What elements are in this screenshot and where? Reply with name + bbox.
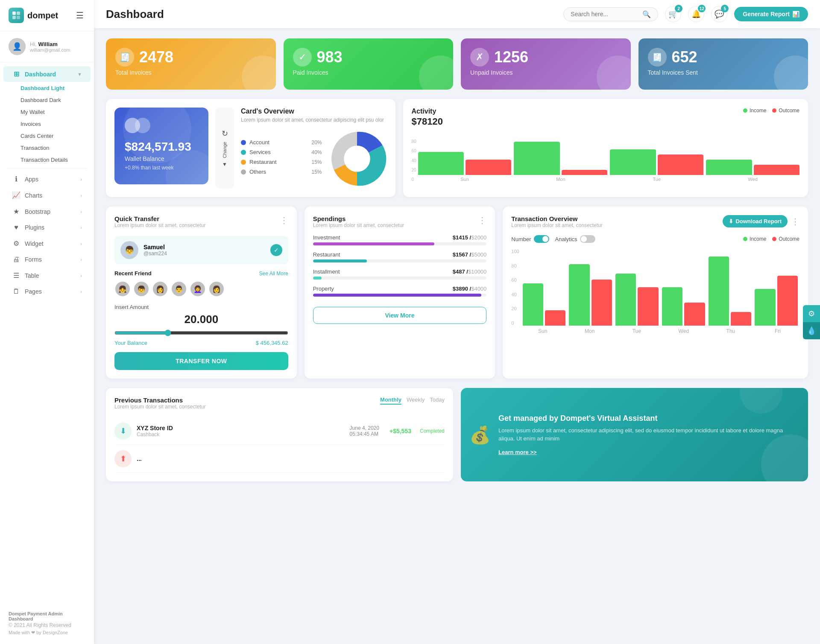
- friend-avatar-5[interactable]: 👩: [208, 281, 225, 297]
- legend-label-account: Account: [249, 139, 269, 146]
- settings-button[interactable]: ⚙: [803, 305, 820, 322]
- friend-avatar-1[interactable]: 👦: [133, 281, 149, 297]
- tab-monthly[interactable]: Monthly: [380, 396, 401, 405]
- quick-transfer-title: Quick Transfer: [114, 215, 205, 222]
- spendings-card: Spendings Lorem ipsum dolor sit amet, co…: [305, 207, 495, 379]
- friend-avatar-2[interactable]: 👩: [152, 281, 168, 297]
- chevron-right-icon: ›: [80, 289, 82, 294]
- tx-y-labels: 0 20 40 60 80 100: [511, 249, 519, 326]
- color-button[interactable]: 💧: [803, 322, 820, 339]
- nav-section: ⊞ Dashboard ▼ Dashboard Light Dashboard …: [0, 62, 94, 303]
- tx-income-label: Income: [750, 236, 766, 242]
- number-toggle[interactable]: [534, 235, 549, 243]
- chevron-right-icon: ›: [80, 257, 82, 262]
- tx-income-bar: [569, 264, 589, 326]
- chevron-right-icon: ›: [80, 273, 82, 278]
- subnav-dashboard-dark[interactable]: Dashboard Dark: [15, 94, 91, 106]
- activity-bar-chart: [418, 132, 800, 175]
- chevron-right-icon: ›: [80, 177, 82, 182]
- cart-button[interactable]: 🛒 2: [665, 6, 681, 22]
- notification-button[interactable]: 🔔 12: [688, 6, 704, 22]
- tab-today[interactable]: Today: [430, 396, 445, 405]
- sidebar-item-label: Apps: [25, 176, 38, 183]
- tx-legend-outcome: Outcome: [772, 236, 800, 242]
- generate-report-button[interactable]: Generate Report 📊: [734, 7, 808, 21]
- tx-income-bar: [709, 256, 729, 326]
- subnav-transaction-details[interactable]: Transaction Details: [15, 154, 91, 166]
- analytics-toggle-group: Analytics: [555, 235, 595, 243]
- tx-bar-group: [523, 283, 566, 326]
- logo-icon: [9, 8, 24, 23]
- hamburger-button[interactable]: ☰: [74, 9, 85, 22]
- sidebar-item-plugins[interactable]: ♥ Plugins ›: [3, 220, 91, 235]
- svg-rect-1: [17, 12, 20, 15]
- spending-label-property: Property: [313, 286, 334, 292]
- download-icon: ⬇: [729, 218, 733, 224]
- insert-amount-label: Insert Amount: [114, 304, 288, 310]
- income-dot: [743, 108, 747, 113]
- charts-icon: 📈: [12, 191, 20, 199]
- stat-card-total-invoices: 🧾 2478 Total Invoices: [106, 38, 276, 90]
- spendings-desc: Lorem ipsum dolor sit amet, consectetur: [313, 222, 404, 228]
- friend-avatar-3[interactable]: 👨: [171, 281, 187, 297]
- sidebar-item-widget[interactable]: ⚙ Widget ›: [3, 236, 91, 251]
- tx-outcome-bar: [592, 280, 612, 326]
- subnav-transaction[interactable]: Transaction: [15, 142, 91, 154]
- sidebar-item-dashboard[interactable]: ⊞ Dashboard ▼: [3, 66, 91, 82]
- activity-card: Activity $78120 Income Outcome: [403, 99, 808, 197]
- va-content: Get managed by Dompet's Virtual Assistan…: [498, 414, 798, 456]
- legend-services: Services 40%: [241, 149, 322, 155]
- chat-button[interactable]: 💬 5: [711, 6, 727, 22]
- transfer-user: 👦 Samuel @sam224 ✓: [114, 236, 288, 264]
- stat-card-sent: 🧾 652 Total Invoices Sent: [638, 38, 808, 90]
- amount-slider[interactable]: [114, 329, 288, 336]
- see-all-link[interactable]: See All More: [259, 271, 288, 277]
- tx-item-name2: ...: [137, 455, 142, 462]
- bar-group: [610, 149, 703, 175]
- tx-outcome-bar: [684, 303, 705, 326]
- sidebar-item-charts[interactable]: 📈 Charts ›: [3, 187, 91, 203]
- va-learn-more-link[interactable]: Learn more >>: [498, 449, 537, 455]
- quick-transfer-menu-button[interactable]: ⋮: [280, 215, 288, 225]
- subnav-dashboard-light[interactable]: Dashboard Light: [15, 82, 91, 94]
- search-input[interactable]: [571, 11, 639, 17]
- tx-item-icon: ⬇: [114, 423, 132, 440]
- spendings-menu-button[interactable]: ⋮: [478, 215, 486, 225]
- tab-weekly[interactable]: Weekly: [407, 396, 425, 405]
- transfer-avatar: 👦: [120, 241, 138, 259]
- sidebar-item-forms[interactable]: 🖨 Forms ›: [3, 252, 91, 267]
- subnav-my-wallet[interactable]: My Wallet: [15, 106, 91, 118]
- friend-avatar-0[interactable]: 👧: [114, 281, 131, 297]
- svg-point-4: [344, 146, 370, 172]
- subnav-cards-center[interactable]: Cards Center: [15, 130, 91, 142]
- download-report-label: Download Report: [735, 218, 782, 224]
- change-button-col[interactable]: ↻ Change ▼: [215, 108, 234, 189]
- download-report-button[interactable]: ⬇ Download Report: [723, 215, 788, 227]
- tx-overview-title: Transaction Overview: [511, 215, 602, 222]
- legend-dot-restaurant: [241, 160, 246, 165]
- legend-label-restaurant: Restaurant: [249, 159, 277, 165]
- sidebar-item-apps[interactable]: ℹ Apps ›: [3, 171, 91, 187]
- subnav-invoices[interactable]: Invoices: [15, 118, 91, 130]
- widget-icon: ⚙: [12, 239, 20, 248]
- transfer-now-button[interactable]: TRANSFER NOW: [114, 352, 288, 370]
- tx-bar-labels: SunMonTueWedThuFri: [521, 328, 800, 334]
- prev-tx-desc: Lorem ipsum dolor sit amet, consectetur: [114, 404, 205, 410]
- quick-transfer-desc: Lorem ipsum dolor sit amet, consectetur: [114, 222, 205, 228]
- analytics-toggle[interactable]: [580, 235, 595, 243]
- sidebar-item-table[interactable]: ☰ Table ›: [3, 268, 91, 283]
- spending-amount-investment: $1415 /$2000: [453, 234, 487, 241]
- sidebar-item-bootstrap[interactable]: ★ Bootstrap ›: [3, 204, 91, 219]
- tx-overview-desc: Lorem ipsum dolor sit amet, consectetur: [511, 222, 602, 228]
- view-more-button[interactable]: View More: [313, 307, 487, 324]
- sidebar-item-pages[interactable]: 🗒 Pages ›: [3, 284, 91, 299]
- stat-icon-paid: ✓: [293, 48, 312, 67]
- legend-income: Income: [743, 108, 766, 114]
- table-row: ⬇ XYZ Store ID Cashback June 4, 2020 05:…: [114, 417, 445, 445]
- tx-day-label: Fri: [756, 328, 800, 334]
- search-bar[interactable]: 🔍: [563, 7, 658, 21]
- friend-avatar-4[interactable]: 👩‍🦱: [190, 281, 206, 297]
- tx-overview-menu-button[interactable]: ⋮: [791, 216, 800, 227]
- user-name: William: [38, 41, 58, 47]
- tx-day-label: Tue: [615, 328, 659, 334]
